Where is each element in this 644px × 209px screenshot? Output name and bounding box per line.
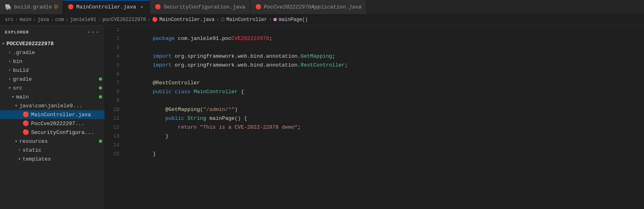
file-label: MainController.java bbox=[31, 112, 105, 118]
code-line-13 bbox=[128, 132, 644, 141]
chevron-right-icon: › bbox=[6, 68, 13, 73]
breadcrumb-sep: › bbox=[148, 17, 151, 23]
folder-label: build bbox=[13, 67, 105, 73]
gradle-icon: 🐘 bbox=[5, 4, 12, 10]
chevron-down-icon: ▾ bbox=[16, 157, 23, 161]
breadcrumb-sep: › bbox=[33, 17, 36, 23]
sidebar-tree: ▾ POCCVE202222978 › .gradle › bin › buil… bbox=[0, 39, 105, 209]
breadcrumb-class[interactable]: MainController bbox=[226, 17, 267, 23]
folder-label: resources bbox=[19, 138, 99, 144]
sidebar-item-build[interactable]: › build bbox=[0, 66, 105, 75]
breadcrumb-main[interactable]: main bbox=[20, 17, 31, 23]
breadcrumb-method[interactable]: mainPage() bbox=[279, 17, 308, 23]
breadcrumb-package[interactable]: pocCVE202222978 bbox=[102, 17, 146, 23]
breadcrumb-sep: › bbox=[15, 17, 18, 23]
line-num-10: 10 bbox=[105, 105, 124, 114]
tab-label: MainController.java bbox=[76, 4, 136, 10]
sidebar: Explorer ··· ▾ POCCVE202222978 › .gradle… bbox=[0, 25, 105, 209]
sidebar-item-maincontroller[interactable]: 🔴 MainController.java bbox=[0, 110, 105, 119]
line-num-1: 1 bbox=[105, 25, 124, 34]
breadcrumb-janlele[interactable]: janlele91 bbox=[70, 17, 96, 23]
chevron-right-icon: › bbox=[16, 148, 23, 153]
modified-indicator: U bbox=[54, 4, 58, 10]
breadcrumb: src › main › java › com › janlele91 › po… bbox=[0, 14, 644, 25]
line-num-12: 12 bbox=[105, 123, 124, 132]
sidebar-item-gradle[interactable]: › .gradle bbox=[0, 48, 105, 57]
sidebar-item-templates[interactable]: ▾ templates bbox=[0, 155, 105, 163]
error-icon: 🔴 bbox=[155, 4, 161, 10]
tab-close-button[interactable]: ✕ bbox=[138, 4, 145, 10]
line-num-5: 5 bbox=[105, 61, 124, 70]
sidebar-header: Explorer ··· bbox=[0, 25, 105, 39]
sidebar-item-poccve[interactable]: 🔴 PocCve20222297... bbox=[0, 119, 105, 128]
folder-label: main bbox=[16, 94, 99, 100]
file-label: PocCve20222297... bbox=[31, 121, 105, 127]
chevron-down-icon: ▾ bbox=[13, 139, 19, 144]
tab-poc-cve[interactable]: 🔴 PocCve202222978Application.java bbox=[251, 0, 367, 14]
line-num-7: 7 bbox=[105, 79, 124, 88]
breadcrumb-src[interactable]: src bbox=[5, 17, 14, 23]
root-label: POCCVE202222978 bbox=[6, 41, 105, 47]
main-layout: Explorer ··· ▾ POCCVE202222978 › .gradle… bbox=[0, 25, 644, 209]
breadcrumb-file[interactable]: MainController.java bbox=[159, 17, 215, 23]
line-num-3: 3 bbox=[105, 43, 124, 52]
line-num-11: 11 bbox=[105, 114, 124, 123]
line-numbers: 1 2 3 4 5 6 7 8 9 10 11 12 13 14 15 bbox=[105, 25, 124, 209]
folder-label: static bbox=[23, 147, 105, 153]
error-icon: 🔴 bbox=[255, 4, 261, 10]
sidebar-item-resources[interactable]: ▾ resources bbox=[0, 137, 105, 146]
file-label: SecurityConfigura... bbox=[31, 130, 105, 136]
modified-dot bbox=[99, 95, 102, 98]
code-line-1: package com.janlele91.pocCVE202222978; bbox=[128, 25, 644, 34]
line-num-13: 13 bbox=[105, 132, 124, 141]
chevron-down-icon: ▾ bbox=[0, 41, 6, 46]
chevron-right-icon: › bbox=[6, 77, 13, 82]
breadcrumb-com[interactable]: com bbox=[55, 17, 64, 23]
code-line-15 bbox=[128, 150, 644, 159]
line-num-15: 15 bbox=[105, 150, 124, 159]
error-icon: 🔴 bbox=[23, 129, 29, 136]
folder-label: .gradle bbox=[13, 50, 105, 56]
code-line-9: @GetMapping("/admin/*") bbox=[128, 96, 644, 105]
breadcrumb-sep: › bbox=[269, 17, 272, 23]
code-editor[interactable]: package com.janlele91.pocCVE202222978; i… bbox=[124, 25, 644, 209]
sidebar-item-src[interactable]: ▾ src bbox=[0, 84, 105, 92]
tab-main-controller[interactable]: 🔴 MainController.java ✕ bbox=[63, 0, 150, 14]
sidebar-item-java[interactable]: ▾ java\com\janlele9... bbox=[0, 101, 105, 110]
line-num-14: 14 bbox=[105, 141, 124, 150]
editor[interactable]: 1 2 3 4 5 6 7 8 9 10 11 12 13 14 15 pack… bbox=[105, 25, 644, 209]
modified-dot bbox=[99, 140, 102, 143]
method-icon: ⬟ bbox=[273, 17, 277, 22]
tab-label: build.gradle bbox=[14, 4, 52, 10]
breadcrumb-sep: › bbox=[65, 17, 68, 23]
modified-dot bbox=[99, 86, 102, 90]
chevron-right-icon: › bbox=[6, 50, 13, 55]
sidebar-more-button[interactable]: ··· bbox=[87, 29, 100, 36]
folder-label: bin bbox=[13, 59, 105, 65]
error-icon: 🔴 bbox=[23, 111, 29, 118]
sidebar-item-main[interactable]: ▾ main bbox=[0, 92, 105, 101]
explorer-label: Explorer bbox=[5, 30, 29, 35]
code-line-7: public class MainController { bbox=[128, 79, 644, 88]
line-num-6: 6 bbox=[105, 70, 124, 79]
line-num-8: 8 bbox=[105, 88, 124, 96]
error-icon: 🔴 bbox=[23, 120, 29, 127]
chevron-down-icon: ▾ bbox=[13, 103, 19, 108]
breadcrumb-java[interactable]: java bbox=[38, 17, 49, 23]
sidebar-item-securityconfig[interactable]: 🔴 SecurityConfigura... bbox=[0, 128, 105, 137]
line-num-9: 9 bbox=[105, 96, 124, 105]
sidebar-item-root[interactable]: ▾ POCCVE202222978 bbox=[0, 39, 105, 48]
folder-label: templates bbox=[23, 156, 105, 162]
tab-label: SecurityConfiguration.java bbox=[163, 4, 245, 10]
folder-label: src bbox=[13, 85, 99, 91]
tab-security-config[interactable]: 🔴 SecurityConfiguration.java bbox=[150, 0, 251, 14]
tab-bar: 🐘 build.gradle U 🔴 MainController.java ✕… bbox=[0, 0, 644, 14]
breadcrumb-sep: › bbox=[216, 17, 219, 23]
tab-build-gradle[interactable]: 🐘 build.gradle U bbox=[0, 0, 63, 14]
sidebar-item-static[interactable]: › static bbox=[0, 146, 105, 155]
sidebar-item-bin[interactable]: › bin bbox=[0, 57, 105, 66]
class-icon: ⬡ bbox=[221, 17, 225, 22]
breadcrumb-sep: › bbox=[51, 17, 54, 23]
sidebar-item-gradle2[interactable]: › gradle bbox=[0, 75, 105, 84]
chevron-down-icon: ▾ bbox=[6, 86, 13, 90]
